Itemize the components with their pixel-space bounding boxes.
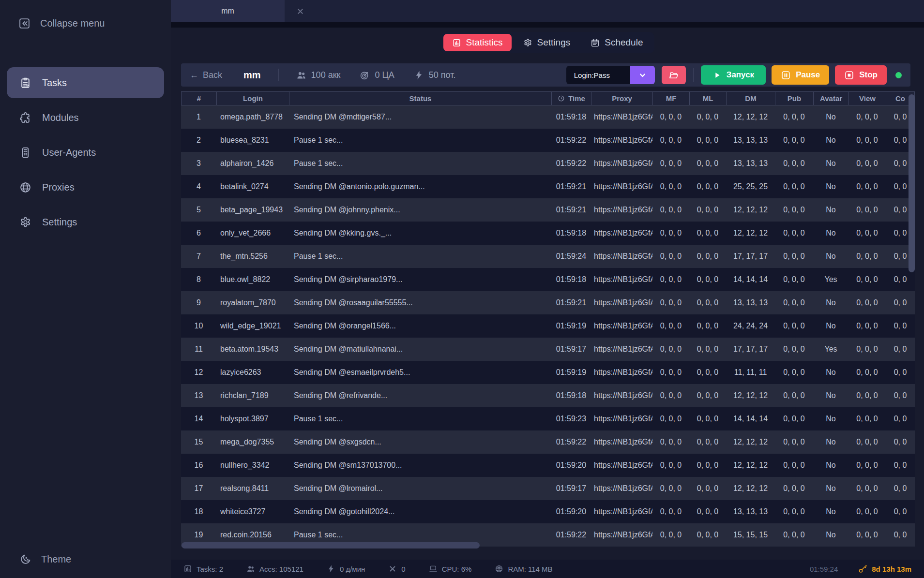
column-header-dm[interactable]: DM [727, 92, 775, 105]
table-row[interactable]: 17realsong.8411Sending DM @lromairol...0… [181, 477, 915, 500]
lightning-icon [414, 70, 424, 80]
cell-num: 4 [181, 175, 216, 198]
gear-icon [523, 38, 532, 47]
laptop-icon [429, 564, 438, 573]
cell-avatar: No [813, 175, 848, 198]
cell-proxy: https://NB1jz6GfA [591, 105, 652, 129]
cell-ml: 0, 0, 0 [689, 500, 726, 523]
table-row[interactable]: 8blue.owl_8822Sending DM @sirpharao1979.… [181, 268, 915, 291]
login-mode-dropdown-button[interactable] [630, 66, 655, 84]
cell-num: 17 [181, 477, 216, 500]
cell-avatar: No [813, 454, 848, 477]
cell-avatar: No [813, 152, 848, 175]
task-tab-mm[interactable]: mm [171, 0, 285, 22]
toolbar-stat-2: 50 пот. [414, 70, 456, 80]
pause-button[interactable]: Pause [772, 65, 829, 85]
column-header-num[interactable]: # [182, 92, 217, 105]
cell-time: 01:59:22 [551, 523, 591, 547]
cell-view: 0, 0, 0 [848, 523, 886, 547]
back-button[interactable]: ← Back [190, 70, 222, 80]
table-row[interactable]: 16nullhero_3342Sending DM @sm137013700..… [181, 454, 915, 477]
column-header-login[interactable]: Login [217, 92, 289, 105]
column-header-ml[interactable]: ML [690, 92, 727, 105]
table-row[interactable]: 3alphairon_1426Pause 1 sec...01:59:22htt… [181, 152, 915, 175]
vertical-scrollbar[interactable] [909, 94, 915, 272]
cell-proxy: https://NB1jz6GfA [591, 245, 652, 268]
sidebar-item-settings[interactable]: Settings [7, 207, 164, 237]
table-row[interactable]: 14holyspot.3897Pause 1 sec...01:59:23htt… [181, 407, 915, 430]
cell-status: Sending DM @mdtiger587... [289, 105, 551, 129]
table-row[interactable]: 12lazyice6263Sending DM @esmaeilprvrdeh5… [181, 361, 915, 384]
stop-button[interactable]: Stop [835, 65, 887, 85]
main-area: mm Statistics Settings Schedule ← Back m… [171, 0, 924, 578]
collapse-menu-button[interactable]: Collapse menu [0, 0, 171, 30]
column-header-status[interactable]: Status [289, 92, 552, 105]
login-mode-select[interactable]: Login:Pass [566, 66, 630, 84]
table-row[interactable]: 6only_vet_2666Sending DM @kking.gvs._...… [181, 222, 915, 245]
phone-icon [19, 147, 31, 159]
column-header-label: Proxy [612, 94, 632, 103]
table-row[interactable]: 11beta.atom.19543Sending DM @matiullahna… [181, 338, 915, 361]
column-header-time[interactable]: Time [552, 92, 591, 105]
table-row[interactable]: 15mega_dog7355Sending DM @sxgsdcn...01:5… [181, 430, 915, 454]
cell-view: 0, 0, 0 [848, 430, 886, 454]
table-row[interactable]: 10wild_edge_19021Sending DM @orangel1566… [181, 314, 915, 338]
cell-time: 01:59:21 [551, 175, 591, 198]
cell-avatar: No [813, 291, 848, 314]
cell-mf: 0, 0, 0 [652, 500, 689, 523]
users-icon [296, 70, 306, 80]
column-header-proxy[interactable]: Proxy [591, 92, 653, 105]
cell-pub: 0, 0, 0 [775, 175, 813, 198]
column-header-label: Pub [788, 94, 801, 103]
table-row[interactable]: 2bluesea_8231Pause 1 sec...01:59:22https… [181, 129, 915, 152]
tab-schedule[interactable]: Schedule [582, 34, 651, 51]
sidebar-item-proxies[interactable]: Proxies [7, 172, 164, 203]
view-tabs: Statistics Settings Schedule [440, 32, 655, 53]
cell-pub: 0, 0, 0 [775, 314, 813, 338]
tab-statistics[interactable]: Statistics [443, 34, 512, 51]
cell-pub: 0, 0, 0 [775, 477, 813, 500]
table-row[interactable]: 1omega.path_8778Sending DM @mdtiger587..… [181, 105, 915, 129]
cell-dm: 25, 25, 25 [726, 175, 775, 198]
cell-mf: 0, 0, 0 [652, 384, 689, 407]
theme-label: Theme [41, 554, 71, 565]
table-row[interactable]: 9royalatom_7870Sending DM @rosaaguilar55… [181, 291, 915, 314]
cell-co: 0, 0 [886, 338, 915, 361]
key-icon [858, 564, 867, 574]
horizontal-scrollbar[interactable] [182, 542, 480, 548]
login-mode-value: Login:Pass [574, 71, 610, 79]
table-row[interactable]: 7the_mtn.5256Pause 1 sec...01:59:24https… [181, 245, 915, 268]
cell-view: 0, 0, 0 [848, 314, 886, 338]
start-button[interactable]: Запуск [701, 65, 766, 85]
sidebar-item-user-agents[interactable]: User-Agents [7, 137, 164, 168]
sidebar-item-label: Tasks [42, 77, 67, 89]
cell-proxy: https://NB1jz6GfA [591, 430, 652, 454]
cell-ml: 0, 0, 0 [689, 198, 726, 222]
cell-avatar: No [813, 477, 848, 500]
column-header-label: Status [409, 94, 432, 103]
status-item-value: CPU: 6% [442, 565, 472, 573]
column-header-avatar[interactable]: Avatar [814, 92, 849, 105]
sidebar-item-label: Proxies [42, 182, 75, 193]
theme-toggle[interactable]: Theme [0, 553, 171, 578]
open-folder-button[interactable] [662, 66, 686, 84]
cell-mf: 0, 0, 0 [652, 268, 689, 291]
column-header-pub[interactable]: Pub [775, 92, 814, 105]
tab-close-icon[interactable] [296, 7, 304, 15]
table-row[interactable]: 18whiteice3727Sending DM @gotohill2024..… [181, 500, 915, 523]
cell-co: 0, 0 [886, 361, 915, 384]
sidebar-item-label: Modules [42, 112, 79, 123]
table-row[interactable]: 13richclan_7189Sending DM @refrivande...… [181, 384, 915, 407]
table-row[interactable]: 5beta_page_19943Sending DM @johnny.pheni… [181, 198, 915, 222]
sidebar-item-modules[interactable]: Modules [7, 102, 164, 133]
cell-avatar: No [813, 430, 848, 454]
sidebar-item-tasks[interactable]: Tasks [7, 67, 164, 98]
column-header-mf[interactable]: MF [653, 92, 690, 105]
cell-pub: 0, 0, 0 [775, 291, 813, 314]
table-row[interactable]: 4betalink_0274Sending DM @antonio.polo.g… [181, 175, 915, 198]
tab-settings[interactable]: Settings [515, 34, 579, 51]
task-toolbar: ← Back mm 100 акк 0 ЦА 50 пот. Login:Pas… [181, 63, 910, 87]
cell-view: 0, 0, 0 [848, 175, 886, 198]
column-header-view[interactable]: View [849, 92, 886, 105]
cell-proxy: https://NB1jz6GfA [591, 129, 652, 152]
